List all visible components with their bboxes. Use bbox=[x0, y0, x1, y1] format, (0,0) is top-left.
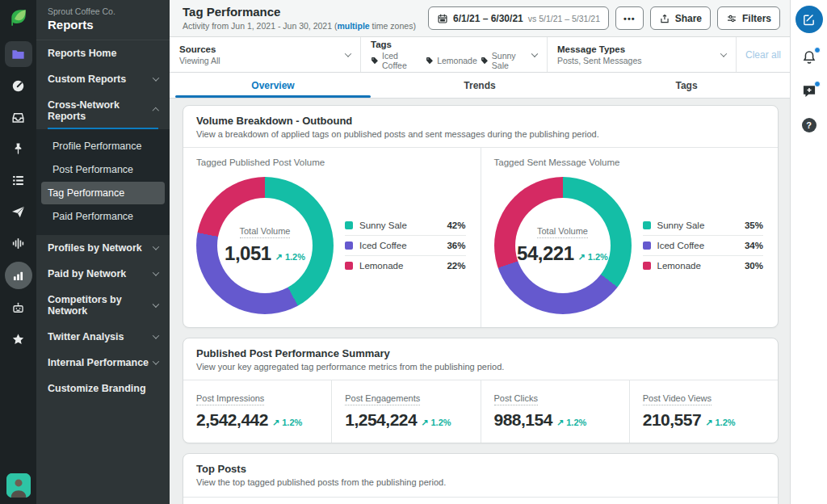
share-button[interactable]: Share bbox=[650, 6, 711, 30]
dashboard-gauge-icon[interactable] bbox=[5, 73, 32, 99]
feedback-button[interactable] bbox=[800, 82, 819, 101]
trend-up-icon: ↗ bbox=[705, 418, 712, 427]
filters-button[interactable]: Filters bbox=[717, 6, 780, 30]
sent-message-volume-donut-chart[interactable]: Total Volume 54,221 ↗ 1.2% bbox=[494, 177, 632, 314]
chevron-down-icon bbox=[153, 74, 159, 81]
reports-bar-chart-icon[interactable] bbox=[5, 262, 32, 289]
reports-folder-icon[interactable] bbox=[5, 41, 32, 67]
sprout-logo-icon[interactable] bbox=[8, 7, 29, 28]
legend-swatch bbox=[643, 262, 651, 270]
compose-button[interactable] bbox=[796, 6, 823, 33]
trend-up-icon: ↗ bbox=[421, 418, 428, 427]
performance-summary-card: Published Post Performance Summary View … bbox=[183, 338, 779, 443]
published-post-volume-donut-chart[interactable]: Total Volume 1,051 ↗ 1.2% bbox=[196, 177, 334, 314]
legend-swatch bbox=[643, 242, 651, 250]
pin-icon[interactable] bbox=[5, 136, 32, 162]
sidebar-item-profiles-by-network[interactable]: Profiles by Network bbox=[36, 235, 170, 261]
sources-filter-dropdown[interactable]: Sources Viewing All bbox=[170, 37, 361, 72]
chevron-down-icon bbox=[153, 269, 159, 275]
sidebar-item-twitter-analysis[interactable]: Twitter Analysis bbox=[36, 324, 170, 350]
top-posts-card: Top Posts View the top tagged published … bbox=[183, 453, 779, 504]
help-button[interactable]: ? bbox=[800, 116, 819, 135]
help-icon: ? bbox=[802, 118, 817, 132]
sidebar-item-customize-branding[interactable]: Customize Branding bbox=[36, 376, 170, 401]
sidebar-item-reports-home[interactable]: Reports Home bbox=[36, 40, 170, 66]
filters-sliders-icon bbox=[726, 13, 737, 24]
summary-card-subtitle: View your key aggregated tag performance… bbox=[196, 362, 765, 372]
trend-delta: ↗ 1.2% bbox=[578, 252, 608, 262]
trend-up-icon: ↗ bbox=[272, 418, 279, 427]
sidebar-title: Reports bbox=[48, 18, 158, 32]
trend-delta: ↗ 1.2% bbox=[272, 418, 302, 428]
trend-delta: ↗ 1.2% bbox=[421, 418, 451, 428]
chart-title: Tagged Sent Message Volume bbox=[494, 158, 766, 167]
total-volume-label: Total Volume bbox=[240, 226, 291, 238]
tab-overview[interactable]: Overview bbox=[170, 73, 376, 98]
top-posts-subtitle: View the top tagged published posts from… bbox=[196, 477, 765, 487]
volume-breakdown-card: Volume Breakdown - Outbound View a break… bbox=[183, 105, 779, 328]
tag-icon bbox=[371, 57, 379, 65]
clear-all-button[interactable]: Clear all bbox=[737, 37, 790, 72]
page-header: Tag Performance Activity from Jun 1, 202… bbox=[170, 0, 790, 37]
queue-list-icon[interactable] bbox=[5, 167, 32, 193]
multiple-timezones-link[interactable]: multiple bbox=[337, 21, 369, 31]
legend-item[interactable]: Sunny Sale 35% bbox=[643, 216, 764, 235]
total-volume-value: 1,051 bbox=[225, 242, 271, 265]
tag-icon bbox=[481, 57, 489, 65]
inbox-icon[interactable] bbox=[5, 104, 32, 130]
sidebar-item-custom-reports[interactable]: Custom Reports bbox=[36, 66, 170, 92]
notifications-button[interactable] bbox=[800, 48, 819, 67]
chevron-down-icon bbox=[720, 50, 727, 57]
influencer-star-icon[interactable] bbox=[5, 326, 32, 352]
chevron-down-icon bbox=[153, 243, 159, 250]
chevron-down-icon bbox=[345, 50, 351, 57]
calendar-icon bbox=[437, 13, 448, 24]
sidebar-item-tag-performance[interactable]: Tag Performance bbox=[41, 182, 165, 204]
sidebar-item-internal-performance[interactable]: Internal Performance bbox=[36, 350, 170, 376]
more-options-button[interactable]: ••• bbox=[615, 6, 644, 30]
sidebar-item-post-performance[interactable]: Post Performance bbox=[41, 158, 165, 181]
legend-item[interactable]: Sunny Sale 42% bbox=[345, 216, 466, 235]
legend-swatch bbox=[345, 242, 353, 250]
chevron-down-icon bbox=[153, 358, 159, 364]
trend-delta: ↗ 1.2% bbox=[556, 418, 586, 428]
legend-item[interactable]: Iced Coffee 36% bbox=[345, 235, 466, 255]
sidebar-item-profile-performance[interactable]: Profile Performance bbox=[41, 135, 165, 158]
legend-item[interactable]: Lemonade 30% bbox=[643, 255, 764, 275]
sidebar-item-paid-performance[interactable]: Paid Performance bbox=[41, 205, 165, 228]
trend-up-icon: ↗ bbox=[578, 252, 586, 262]
listening-waveform-icon[interactable] bbox=[5, 230, 32, 256]
legend-swatch bbox=[345, 262, 353, 270]
publish-send-icon[interactable] bbox=[5, 199, 32, 225]
trend-up-icon: ↗ bbox=[275, 252, 283, 262]
message-types-filter-value: Posts, Sent Messages bbox=[557, 56, 641, 65]
report-tabs: Overview Trends Tags bbox=[170, 73, 790, 99]
tab-trends[interactable]: Trends bbox=[376, 73, 583, 98]
metric-post-clicks: Post Clicks 988,154 ↗ 1.2% bbox=[481, 380, 629, 443]
sidebar-item-paid-by-network[interactable]: Paid by Network bbox=[36, 261, 170, 287]
legend-swatch bbox=[643, 221, 651, 229]
tab-tags[interactable]: Tags bbox=[583, 73, 790, 98]
legend-item[interactable]: Lemonade 22% bbox=[345, 255, 466, 275]
filter-bar: Sources Viewing All Tags Iced Coffee Lem… bbox=[170, 37, 790, 73]
tag-icon bbox=[426, 57, 434, 65]
tags-filter-dropdown[interactable]: Tags Iced Coffee Lemonade Sunny Sale bbox=[361, 37, 548, 72]
compare-range-value: vs 5/1/21 – 5/31/21 bbox=[528, 14, 600, 23]
chart-legend: Sunny Sale 42% Iced Coffee 36% bbox=[345, 216, 466, 275]
chevron-down-icon bbox=[153, 332, 159, 338]
total-volume-label: Total Volume bbox=[537, 226, 588, 238]
sidebar-item-competitors-by-network[interactable]: Competitors by Network bbox=[36, 287, 170, 324]
date-range-button[interactable]: 6/1/21 – 6/30/21 vs 5/1/21 – 5/31/21 bbox=[428, 6, 609, 30]
chart-legend: Sunny Sale 35% Iced Coffee 34% bbox=[643, 216, 764, 275]
metric-post-impressions: Post Impressions 2,542,442 ↗ 1.2% bbox=[183, 380, 331, 443]
message-types-filter-dropdown[interactable]: Message Types Posts, Sent Messages bbox=[548, 37, 737, 72]
legend-swatch bbox=[345, 221, 353, 229]
sidebar-item-cross-network-reports[interactable]: Cross-Network Reports bbox=[36, 92, 170, 129]
bot-automation-icon[interactable] bbox=[5, 295, 32, 321]
volume-card-title: Volume Breakdown - Outbound bbox=[196, 115, 765, 127]
main-content: Tag Performance Activity from Jun 1, 202… bbox=[170, 0, 790, 504]
sources-filter-value: Viewing All bbox=[179, 56, 220, 65]
legend-item[interactable]: Iced Coffee 34% bbox=[643, 235, 764, 255]
notification-badge bbox=[814, 47, 821, 53]
user-avatar[interactable] bbox=[6, 473, 31, 498]
